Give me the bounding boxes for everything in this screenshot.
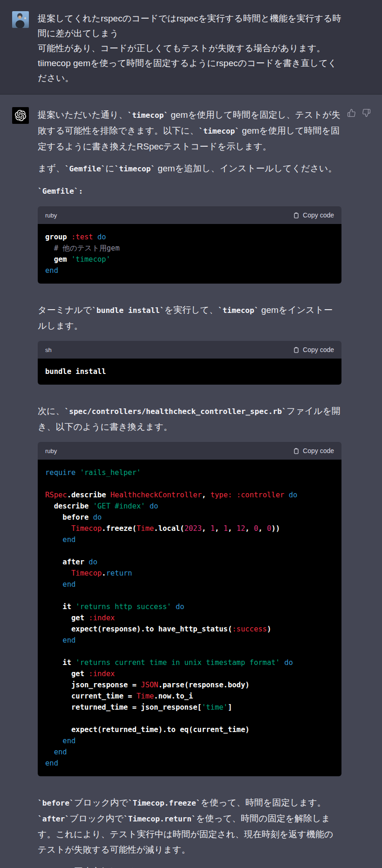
code-content: bundle install bbox=[38, 359, 341, 385]
code-block-gemfile: ruby Copy code group :test do # 他のテスト用ge… bbox=[38, 206, 341, 284]
assistant-paragraph-gemfile-add: まず、`Gemfile`に`timecop` gemを追加し、インストールしてく… bbox=[38, 161, 341, 176]
copy-code-label: Copy code bbox=[303, 346, 334, 353]
assistant-avatar bbox=[12, 107, 29, 124]
message-feedback-actions bbox=[347, 107, 371, 117]
copy-code-button[interactable]: Copy code bbox=[293, 448, 334, 454]
copy-code-button[interactable]: Copy code bbox=[293, 212, 334, 219]
copy-code-label: Copy code bbox=[303, 212, 334, 218]
code-header: ruby Copy code bbox=[38, 442, 341, 460]
openai-logo-icon bbox=[15, 110, 26, 121]
assistant-paragraph-rerun: テストを再度実行してください。 bbox=[38, 864, 341, 868]
code-block-bundle-install: sh Copy code bundle install bbox=[38, 341, 341, 385]
user-message-text: 提案してくれたrspecのコードではrspecを実行する時間と機能を実行する時間… bbox=[38, 11, 341, 86]
code-block-spec: ruby Copy code require 'rails_helper' RS… bbox=[38, 442, 341, 776]
user-message-section: 提案してくれたrspecのコードではrspecを実行する時間と機能を実行する時間… bbox=[0, 0, 382, 95]
clipboard-icon bbox=[293, 346, 300, 353]
copy-code-label: Copy code bbox=[303, 448, 334, 454]
clipboard-icon bbox=[293, 212, 300, 219]
code-language-label: ruby bbox=[45, 448, 57, 454]
assistant-paragraph-intro: 提案いただいた通り、`timecop` gemを使用して時間を固定し、テストが失… bbox=[38, 107, 341, 154]
thumbs-up-button[interactable] bbox=[347, 108, 356, 117]
code-header: ruby Copy code bbox=[38, 206, 341, 224]
code-content: group :test do # 他のテスト用gem gem 'timecop'… bbox=[38, 224, 341, 284]
thumbs-down-button[interactable] bbox=[362, 108, 371, 117]
assistant-paragraph-open-spec-file: 次に、`spec/controllers/healthcheck_control… bbox=[38, 403, 341, 434]
user-avatar bbox=[12, 11, 29, 28]
thumbs-down-icon bbox=[362, 108, 371, 117]
code-language-label: ruby bbox=[45, 212, 57, 218]
assistant-paragraph-explanation: `before`ブロック内で`Timecop.freeze`を使って、時間を固定… bbox=[38, 795, 341, 857]
assistant-paragraph-gemfile-label: `Gemfile`: bbox=[38, 183, 341, 199]
thumbs-up-icon bbox=[347, 108, 356, 117]
code-header: sh Copy code bbox=[38, 341, 341, 359]
code-content: require 'rails_helper' RSpec.describe He… bbox=[38, 460, 341, 776]
code-language-label: sh bbox=[45, 347, 52, 353]
clipboard-icon bbox=[293, 448, 300, 454]
assistant-message-section: 提案いただいた通り、`timecop` gemを使用して時間を固定し、テストが失… bbox=[0, 95, 382, 868]
copy-code-button[interactable]: Copy code bbox=[293, 346, 334, 353]
assistant-paragraph-bundle-install: ターミナルで`bundle install`を実行して、`timecop` ge… bbox=[38, 302, 341, 333]
